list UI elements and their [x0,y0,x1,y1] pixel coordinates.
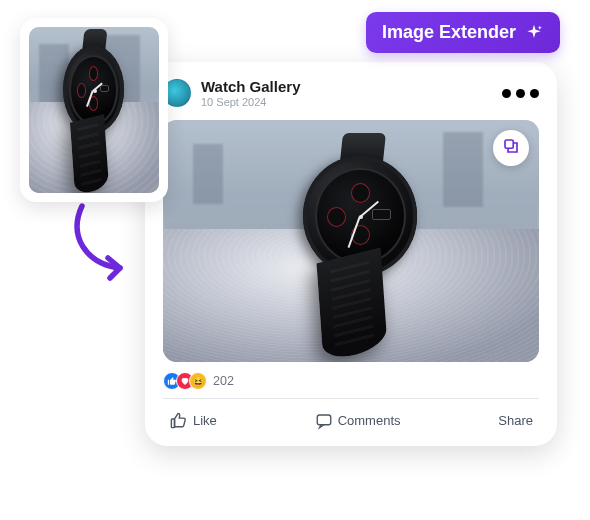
svg-rect-2 [317,415,331,425]
post-extended-image [163,120,539,362]
share-label: Share [498,413,533,428]
thumbnail-image [29,27,159,193]
extend-icon [502,137,520,159]
reaction-icons: 😆 [163,372,207,390]
post-menu-button[interactable] [502,89,539,98]
image-extender-badge[interactable]: Image Extender [366,12,560,53]
thumbs-up-icon [169,411,188,430]
profile-name: Watch Gallery [201,78,300,95]
reaction-count: 202 [213,374,234,388]
like-button[interactable]: Like [163,407,223,434]
post-header: Watch Gallery 10 Sept 2024 [163,78,539,108]
connector-arrow [62,200,152,290]
post-actions-bar: Like Comments Share [163,398,539,434]
comments-label: Comments [338,413,401,428]
post-date: 10 Sept 2024 [201,96,300,108]
comments-button[interactable]: Comments [309,408,407,434]
comment-icon [315,412,333,430]
laugh-reaction-icon: 😆 [189,372,207,390]
share-button[interactable]: Share [492,409,539,432]
original-image-thumbnail [20,18,168,202]
sparkle-icon [524,23,544,43]
profile-section[interactable]: Watch Gallery 10 Sept 2024 [163,78,300,108]
reactions-row[interactable]: 😆 202 [163,372,539,390]
svg-rect-1 [171,419,174,428]
badge-label: Image Extender [382,22,516,43]
extend-tool-button[interactable] [493,130,529,166]
svg-rect-0 [505,140,513,148]
like-label: Like [193,413,217,428]
social-post-card: Watch Gallery 10 Sept 2024 [145,62,557,446]
